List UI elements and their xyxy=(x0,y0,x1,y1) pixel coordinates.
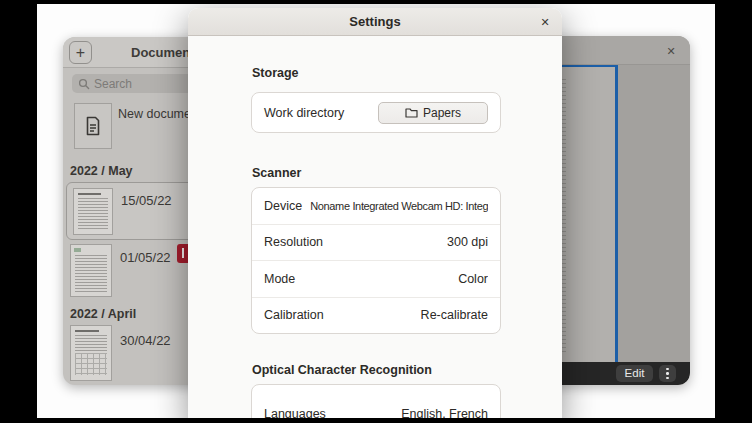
document-date: 30/04/22 xyxy=(120,333,171,348)
letterbox-left xyxy=(0,0,37,423)
edit-button[interactable]: Edit xyxy=(616,365,653,382)
document-thumbnail xyxy=(70,244,112,297)
calibration-label: Calibration xyxy=(264,308,324,322)
mode-label: Mode xyxy=(264,272,295,286)
scanner-heading: Scanner xyxy=(252,166,301,180)
letterbox-top xyxy=(0,0,752,4)
document-item[interactable]: 30/04/22 xyxy=(70,324,200,382)
folder-icon xyxy=(405,107,418,118)
close-button[interactable]: ✕ xyxy=(662,42,680,60)
resolution-row[interactable]: Resolution 300 dpi xyxy=(252,224,500,261)
letterbox-right xyxy=(715,0,752,423)
document-icon xyxy=(85,116,101,136)
device-value: Noname Integrated Webcam HD: Integrate xyxy=(302,200,488,212)
document-item[interactable]: 01/05/22 xyxy=(70,243,200,300)
storage-card: Work directory Papers xyxy=(251,92,501,133)
kebab-icon xyxy=(666,368,669,371)
plus-icon: + xyxy=(76,44,85,61)
work-directory-row: Work directory Papers xyxy=(252,93,500,132)
device-row[interactable]: Device Noname Integrated Webcam HD: Inte… xyxy=(252,188,500,224)
mode-row[interactable]: Mode Color xyxy=(252,260,500,297)
letterbox-bottom xyxy=(0,418,752,423)
settings-headerbar: Settings ✕ xyxy=(188,8,562,36)
settings-dialog: Settings ✕ Storage Work directory Papers… xyxy=(188,8,562,423)
group-heading: 2022 / May xyxy=(70,164,133,178)
resolution-value: 300 dpi xyxy=(323,235,488,249)
device-label: Device xyxy=(264,199,302,213)
document-thumbnail xyxy=(73,188,113,235)
work-directory-button-label: Papers xyxy=(423,106,461,120)
screen: + Documents New document 2022 / Ma xyxy=(0,0,752,423)
mode-value: Color xyxy=(295,272,488,286)
document-thumbnail xyxy=(70,325,112,381)
storage-heading: Storage xyxy=(252,66,299,80)
scanner-card: Device Noname Integrated Webcam HD: Inte… xyxy=(251,187,501,334)
ocr-heading: Optical Character Recognition xyxy=(252,363,432,377)
calibration-value: Re-calibrate xyxy=(324,308,488,322)
menu-button[interactable] xyxy=(659,365,676,382)
new-document-button[interactable]: + xyxy=(69,41,92,64)
search-icon xyxy=(78,78,90,90)
document-date: 01/05/22 xyxy=(120,250,171,265)
work-directory-label: Work directory xyxy=(264,106,344,120)
settings-title: Settings xyxy=(188,8,562,36)
calibration-row[interactable]: Calibration Re-calibrate xyxy=(252,297,500,334)
close-button[interactable]: ✕ xyxy=(536,13,554,31)
resolution-label: Resolution xyxy=(264,235,323,249)
work-directory-button[interactable]: Papers xyxy=(378,102,488,124)
new-document-thumbnail xyxy=(74,103,112,149)
settings-body: Storage Work directory Papers Scanner De… xyxy=(188,36,562,423)
document-date: 15/05/22 xyxy=(121,193,172,208)
group-heading: 2022 / April xyxy=(70,307,136,321)
